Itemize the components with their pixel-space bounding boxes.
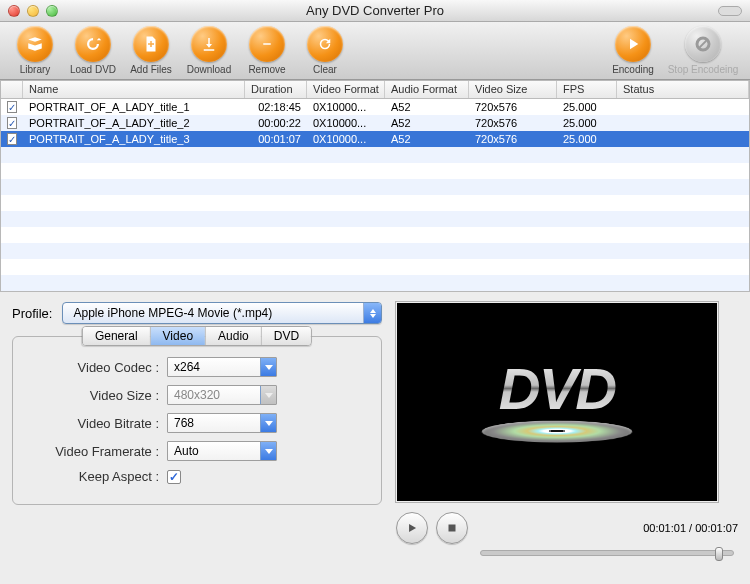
video-framerate-label: Video Framerate : <box>29 444 159 459</box>
download-button[interactable]: Download <box>180 26 238 75</box>
table-row[interactable]: ✓PORTRAIT_OF_A_LADY_title_300:01:070X100… <box>1 131 749 147</box>
table-row <box>1 195 749 211</box>
minimize-window-button[interactable] <box>27 5 39 17</box>
table-row <box>1 275 749 291</box>
add-files-button[interactable]: Add Files <box>122 26 180 75</box>
col-video-format[interactable]: Video Format <box>307 81 385 98</box>
table-row <box>1 211 749 227</box>
remove-button[interactable]: Remove <box>238 26 296 75</box>
cell-duration: 02:18:45 <box>245 101 307 113</box>
cell-name: PORTRAIT_OF_A_LADY_title_3 <box>23 133 245 145</box>
clear-label: Clear <box>313 64 337 75</box>
col-audio-format[interactable]: Audio Format <box>385 81 469 98</box>
encoding-label: Encoding <box>612 64 654 75</box>
video-size-label: Video Size : <box>29 388 159 403</box>
video-framerate-select[interactable]: Auto <box>167 441 277 461</box>
stop-encoding-button: Stop Encodeing <box>662 26 744 75</box>
table-row[interactable]: ✓PORTRAIT_OF_A_LADY_title_102:18:450X100… <box>1 99 749 115</box>
tab-general[interactable]: General <box>83 327 151 345</box>
col-duration[interactable]: Duration <box>245 81 307 98</box>
tab-video[interactable]: Video <box>151 327 206 345</box>
cell-fps: 25.000 <box>557 133 617 145</box>
cell-vformat: 0X10000... <box>307 133 385 145</box>
table-header: Name Duration Video Format Audio Format … <box>1 81 749 99</box>
table-row <box>1 147 749 163</box>
file-table: Name Duration Video Format Audio Format … <box>0 80 750 292</box>
table-row <box>1 259 749 275</box>
close-window-button[interactable] <box>8 5 20 17</box>
cell-aformat: A52 <box>385 133 469 145</box>
col-fps[interactable]: FPS <box>557 81 617 98</box>
tab-dvd[interactable]: DVD <box>262 327 311 345</box>
keep-aspect-checkbox[interactable]: ✓ <box>167 470 181 484</box>
timecode: 00:01:01 / 00:01:07 <box>643 522 738 534</box>
library-label: Library <box>20 64 51 75</box>
zoom-window-button[interactable] <box>46 5 58 17</box>
cell-vsize: 720x576 <box>469 101 557 113</box>
cell-duration: 00:00:22 <box>245 117 307 129</box>
dvd-logo-icon: DVD <box>482 355 632 450</box>
table-body[interactable]: ✓PORTRAIT_OF_A_LADY_title_102:18:450X100… <box>1 99 749 291</box>
play-button[interactable] <box>396 512 428 544</box>
col-video-size[interactable]: Video Size <box>469 81 557 98</box>
download-label: Download <box>187 64 231 75</box>
cell-aformat: A52 <box>385 117 469 129</box>
video-codec-select[interactable]: x264 <box>167 357 277 377</box>
cell-vsize: 720x576 <box>469 133 557 145</box>
clear-icon <box>307 26 343 62</box>
add-files-icon <box>133 26 169 62</box>
load-dvd-label: Load DVD <box>70 64 116 75</box>
cell-fps: 25.000 <box>557 101 617 113</box>
col-status[interactable]: Status <box>617 81 749 98</box>
stop-icon <box>685 26 721 62</box>
video-size-select: 480x320 <box>167 385 277 405</box>
row-checkbox[interactable]: ✓ <box>7 117 17 129</box>
download-icon <box>191 26 227 62</box>
col-name[interactable]: Name <box>23 81 245 98</box>
cell-vsize: 720x576 <box>469 117 557 129</box>
progress-slider[interactable] <box>480 550 734 556</box>
remove-icon <box>249 26 285 62</box>
stop-encoding-label: Stop Encodeing <box>668 64 739 75</box>
cell-name: PORTRAIT_OF_A_LADY_title_2 <box>23 117 245 129</box>
cell-aformat: A52 <box>385 101 469 113</box>
profile-label: Profile: <box>12 306 52 321</box>
chevron-down-icon <box>260 358 276 376</box>
chevron-down-icon <box>260 442 276 460</box>
table-row <box>1 179 749 195</box>
row-checkbox[interactable]: ✓ <box>7 101 17 113</box>
chevron-down-icon <box>260 414 276 432</box>
load-dvd-icon <box>75 26 111 62</box>
keep-aspect-label: Keep Aspect : <box>29 469 159 484</box>
encoding-icon <box>615 26 651 62</box>
library-button[interactable]: Library <box>6 26 64 75</box>
window-title: Any DVD Converter Pro <box>0 3 750 18</box>
cell-duration: 00:01:07 <box>245 133 307 145</box>
add-files-label: Add Files <box>130 64 172 75</box>
toolbar-toggle-pill[interactable] <box>718 6 742 16</box>
load-dvd-button[interactable]: Load DVD <box>64 26 122 75</box>
chevron-down-icon <box>260 386 276 404</box>
video-bitrate-label: Video Bitrate : <box>29 416 159 431</box>
stop-button[interactable] <box>436 512 468 544</box>
clear-button[interactable]: Clear <box>296 26 354 75</box>
library-icon <box>17 26 53 62</box>
toolbar: Library Load DVD Add Files Download Remo… <box>0 22 750 80</box>
tabstrip: General Video Audio DVD <box>82 326 312 346</box>
row-checkbox[interactable]: ✓ <box>7 133 17 145</box>
table-row <box>1 163 749 179</box>
profile-select[interactable]: Apple iPhone MPEG-4 Movie (*.mp4) <box>62 302 382 324</box>
table-row[interactable]: ✓PORTRAIT_OF_A_LADY_title_200:00:220X100… <box>1 115 749 131</box>
video-bitrate-select[interactable]: 768 <box>167 413 277 433</box>
encoding-button[interactable]: Encoding <box>604 26 662 75</box>
table-row <box>1 243 749 259</box>
traffic-lights <box>8 5 58 17</box>
cell-fps: 25.000 <box>557 117 617 129</box>
settings-panel: General Video Audio DVD Video Codec : x2… <box>12 336 382 505</box>
tab-audio[interactable]: Audio <box>206 327 262 345</box>
table-row <box>1 227 749 243</box>
progress-thumb[interactable] <box>715 547 723 561</box>
remove-label: Remove <box>248 64 285 75</box>
profile-value: Apple iPhone MPEG-4 Movie (*.mp4) <box>73 306 272 320</box>
dropdown-arrows-icon <box>363 303 381 323</box>
